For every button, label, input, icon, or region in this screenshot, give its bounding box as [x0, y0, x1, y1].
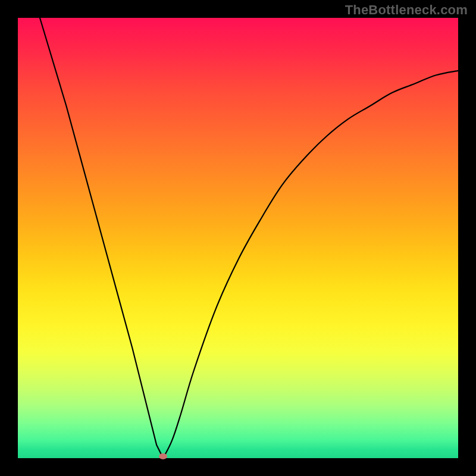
plot-area — [18, 18, 458, 458]
minimum-marker — [159, 453, 167, 459]
watermark-text: TheBottleneck.com — [345, 2, 468, 18]
bottleneck-curve — [18, 18, 458, 458]
chart-frame: TheBottleneck.com — [0, 0, 476, 476]
